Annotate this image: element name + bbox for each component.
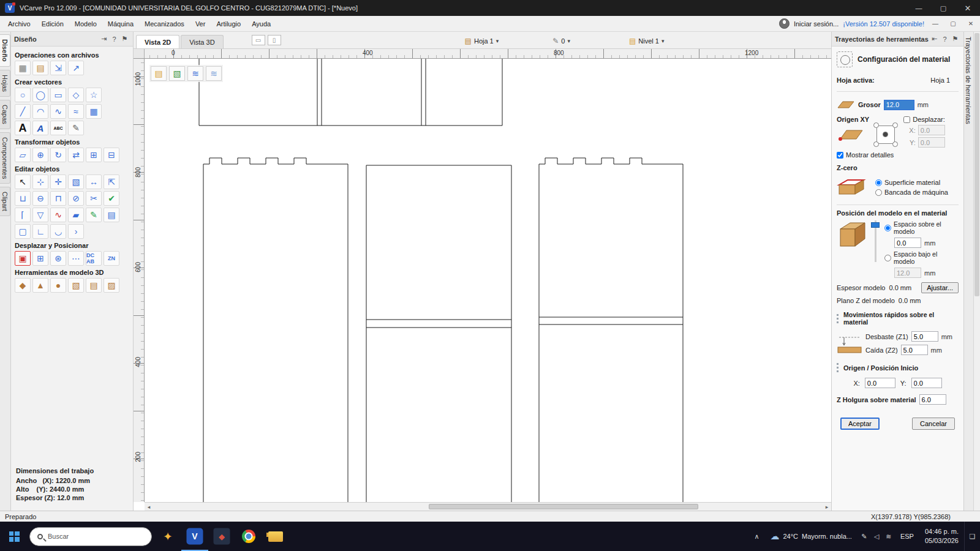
origin-corner-bl[interactable] xyxy=(873,141,879,147)
panel-collapse-icon[interactable]: ⇥ xyxy=(99,35,109,43)
add-3d-shape-icon[interactable]: ◆ xyxy=(15,278,31,293)
origin-corner-br[interactable] xyxy=(892,141,898,147)
version-update-link[interactable]: ¡Versión 12.507 disponible! xyxy=(843,20,924,28)
nudge-icon[interactable]: ZN xyxy=(104,251,119,266)
taskbar-weather[interactable]: ☁ 24°C Mayorm. nubla... xyxy=(764,531,858,542)
draw-polyline-icon[interactable]: ╱ xyxy=(15,104,31,119)
z-zero-bed-radio[interactable] xyxy=(875,189,882,196)
level-selector[interactable]: ▤ Nivel 1 ▾ xyxy=(629,37,665,45)
intersect-icon[interactable]: ⊓ xyxy=(50,191,66,206)
draw-arc-icon[interactable]: ◠ xyxy=(32,104,48,119)
rotate-icon[interactable]: ↻ xyxy=(50,148,66,162)
origin-position-widget[interactable] xyxy=(872,121,900,149)
panel-help-icon[interactable]: ? xyxy=(940,36,950,43)
gap-above-radio[interactable] xyxy=(884,225,891,231)
sidebar-tab-dise-o[interactable]: Diseño xyxy=(0,34,10,67)
sidebar-tab-capas[interactable]: Capas xyxy=(0,100,10,129)
background-image-icon[interactable]: ▧ xyxy=(169,66,185,81)
taskbar-icon-explorer[interactable] xyxy=(262,522,289,551)
edit-3d-icon[interactable]: ▲ xyxy=(32,278,48,293)
adjust-button[interactable]: Ajustar... xyxy=(921,282,959,293)
subtract-icon[interactable]: ⊖ xyxy=(32,191,48,206)
panel-pin-icon[interactable]: ⚑ xyxy=(119,35,130,43)
select-icon[interactable]: ↖ xyxy=(15,174,31,189)
open-file-icon[interactable]: ▤ xyxy=(32,61,48,75)
nesting-icon[interactable]: ▣ xyxy=(15,251,31,266)
z-zero-surface-radio[interactable] xyxy=(875,179,882,186)
scrollbar-thumb[interactable] xyxy=(429,504,698,509)
import-3d-icon[interactable]: ▨ xyxy=(104,278,119,293)
maximize-button[interactable]: ▢ xyxy=(931,0,956,16)
draw-rectangle-icon[interactable]: ▭ xyxy=(50,88,66,102)
menu-item-artilugio[interactable]: Artilugio xyxy=(211,17,246,31)
edit-text-icon[interactable]: ✎ xyxy=(68,121,84,135)
draw-polygon-icon[interactable]: ◇ xyxy=(68,88,84,102)
z-zero-surface-option[interactable]: Superficie material xyxy=(875,179,948,186)
offset-option[interactable]: Desplazar: xyxy=(903,116,945,123)
show-details-option[interactable]: Mostrar detalles xyxy=(837,151,959,159)
stamp-icon[interactable]: ▤ xyxy=(104,208,119,222)
vector-texture-alt-icon[interactable]: ≋ xyxy=(206,66,222,81)
sidebar-tab-componentes[interactable]: Componentes xyxy=(0,132,10,184)
gap-below-radio[interactable] xyxy=(884,255,891,261)
panel-help-icon[interactable]: ? xyxy=(109,36,119,43)
drawing-canvas[interactable]: ▤▧≋≋ xyxy=(145,59,831,502)
export-vectors-icon[interactable]: ↗ xyxy=(68,61,84,75)
menu-item-modelo[interactable]: Modelo xyxy=(69,17,102,31)
xy-position-icon[interactable]: ⇱ xyxy=(104,174,119,189)
origin-corner-tr[interactable] xyxy=(892,122,898,128)
close-button[interactable]: ✕ xyxy=(956,0,980,16)
scroll-left-arrow[interactable]: ◂ xyxy=(145,503,153,511)
corner-icon[interactable]: ∟ xyxy=(32,224,48,239)
doc-maximize-button[interactable]: ▢ xyxy=(946,18,960,30)
fillet-icon[interactable]: ⌈ xyxy=(15,208,31,222)
view-tab-vista-3d[interactable]: Vista 3D xyxy=(181,35,223,48)
text-on-curve-icon[interactable]: A xyxy=(32,121,48,135)
doc-close-button[interactable]: ✕ xyxy=(964,18,978,30)
vector-texture-icon[interactable]: ≋ xyxy=(187,66,203,81)
arrowhead-icon[interactable]: › xyxy=(68,224,84,239)
draw-freehand-icon[interactable]: ≈ xyxy=(68,104,84,119)
join-vectors-icon[interactable]: ✔ xyxy=(104,191,119,206)
measure-icon[interactable]: ↔ xyxy=(86,174,102,189)
gap-above-input[interactable] xyxy=(894,238,921,248)
transform-points-icon[interactable]: ✛ xyxy=(50,174,66,189)
draw-star-icon[interactable]: ☆ xyxy=(86,88,102,102)
notification-center-button[interactable]: ❏ xyxy=(964,522,980,551)
trim-icon[interactable]: ✂ xyxy=(86,191,102,206)
node-edit-icon[interactable]: ⊹ xyxy=(32,174,48,189)
offset-checkbox[interactable] xyxy=(903,116,910,123)
edit-region-icon[interactable]: ▧ xyxy=(68,174,84,189)
home-y-input[interactable] xyxy=(911,378,942,388)
taskbar-clock[interactable]: 04:46 p. m. 05/03/2026 xyxy=(919,527,964,545)
move-icon[interactable]: ⊕ xyxy=(32,148,48,162)
menu-item-m-quina[interactable]: Máquina xyxy=(102,17,139,31)
draw-circle-icon[interactable]: ○ xyxy=(15,88,31,102)
sidebar-tab-clipart[interactable]: Clipart xyxy=(0,187,10,216)
toolpath-zero-selector[interactable]: ✎ 0 ▾ xyxy=(552,37,570,45)
network-tray-icon[interactable]: ≋ xyxy=(883,533,895,541)
doc-minimize-button[interactable]: — xyxy=(929,18,942,30)
offset-x-input[interactable] xyxy=(918,125,945,135)
volume-tray-icon[interactable]: ◁ xyxy=(870,533,883,541)
offset-y-input[interactable] xyxy=(918,137,945,148)
minimize-button[interactable]: — xyxy=(907,0,931,16)
taskbar-icon-app[interactable]: ◆ xyxy=(208,522,235,551)
home-x-input[interactable] xyxy=(865,378,895,388)
menu-item-ayuda[interactable]: Ayuda xyxy=(246,17,276,31)
right-scrollbar-thumb[interactable] xyxy=(974,33,979,296)
material-setup-icon[interactable]: ▤ xyxy=(151,66,167,81)
slice-icon[interactable]: ⊘ xyxy=(68,191,84,206)
circular-copy-icon[interactable]: ⊛ xyxy=(50,251,66,266)
smooth-3d-icon[interactable]: ▤ xyxy=(86,278,102,293)
menu-item-archivo[interactable]: Archivo xyxy=(2,17,36,31)
arc-fit-icon[interactable]: ◡ xyxy=(50,224,66,239)
pen-tray-icon[interactable]: ✎ xyxy=(858,533,870,541)
panel-collapse-icon[interactable]: ⇤ xyxy=(929,35,940,43)
start-button[interactable] xyxy=(0,522,28,551)
import-vectors-icon[interactable]: ⇲ xyxy=(50,61,66,75)
extrude-icon[interactable]: ▰ xyxy=(68,208,84,222)
keyboard-language[interactable]: ESP xyxy=(895,533,919,540)
sign-in-link[interactable]: Iniciar sesión... xyxy=(794,20,839,28)
taskbar-icon-chrome[interactable] xyxy=(235,522,262,551)
